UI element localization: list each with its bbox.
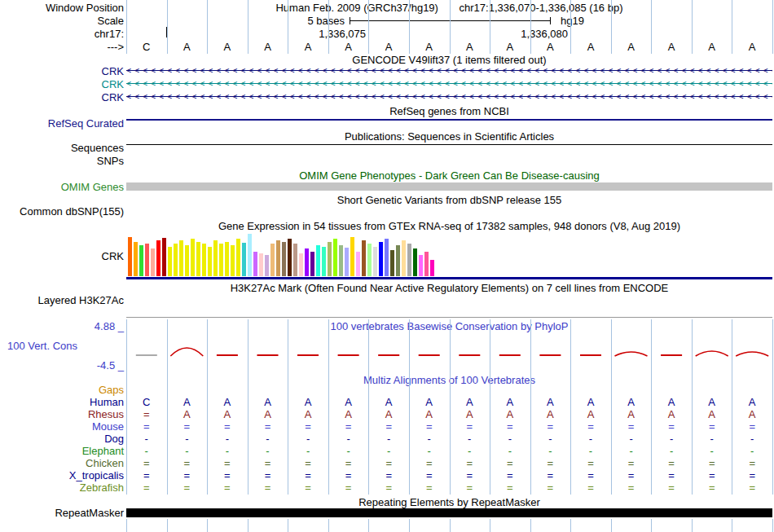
refseq-gene-line[interactable] bbox=[126, 119, 772, 121]
gtex-tissue-bar[interactable] bbox=[316, 245, 320, 276]
gtex-tissue-bar[interactable] bbox=[185, 245, 189, 276]
multiz-cell: = bbox=[288, 457, 328, 469]
gtex-tissue-bar[interactable] bbox=[219, 244, 223, 276]
gtex-tissue-bar[interactable] bbox=[396, 245, 400, 276]
gtex-tissue-bar[interactable] bbox=[156, 240, 161, 276]
repeatmasker-bar[interactable] bbox=[126, 508, 772, 517]
dbsnp-label[interactable]: Common dbSNP(155) bbox=[0, 205, 124, 218]
multiz-cell: - bbox=[328, 433, 369, 445]
gtex-bar-chart[interactable] bbox=[128, 234, 438, 276]
gtex-tissue-bar[interactable] bbox=[430, 260, 434, 276]
gtex-tissue-bar[interactable] bbox=[151, 248, 155, 276]
gtex-tissue-bar[interactable] bbox=[373, 247, 377, 276]
gtex-tissue-bar[interactable] bbox=[293, 244, 297, 276]
gtex-tissue-bar[interactable] bbox=[134, 242, 138, 276]
gtex-tissue-bar[interactable] bbox=[191, 239, 195, 276]
multiz-cell: - bbox=[248, 445, 288, 457]
gtex-tissue-bar[interactable] bbox=[276, 240, 280, 276]
phylop-wiggle[interactable] bbox=[126, 328, 772, 365]
gtex-tissue-bar[interactable] bbox=[242, 243, 246, 276]
gtex-tissue-bar[interactable] bbox=[350, 237, 354, 276]
multiz-cell: = bbox=[207, 420, 248, 433]
gtex-tissue-bar[interactable] bbox=[248, 234, 252, 276]
gene-label-crk[interactable]: CRK bbox=[0, 91, 124, 103]
multiz-species-elephant[interactable]: Elephant bbox=[0, 445, 124, 457]
gtex-tissue-bar[interactable] bbox=[419, 255, 423, 276]
gtex-tissue-bar[interactable] bbox=[407, 244, 411, 276]
gtex-tissue-bar[interactable] bbox=[225, 242, 229, 276]
multiz-species-x_tropicalis[interactable]: X_tropicalis bbox=[0, 469, 124, 481]
multiz-species-dog[interactable]: Dog bbox=[0, 433, 124, 445]
repeatmasker-label[interactable]: RepeatMasker bbox=[0, 507, 124, 519]
multiz-species-human[interactable]: Human bbox=[0, 396, 124, 408]
gtex-tissue-bar[interactable] bbox=[231, 245, 235, 276]
gtex-tissue-bar[interactable] bbox=[379, 242, 383, 276]
gene-strand-arrows[interactable]: <<<<<<<<<<<<<<<<<<<<<<<<<<<<<<<<<<<<<<<<… bbox=[126, 79, 772, 89]
multiz-cell: - bbox=[570, 433, 611, 445]
omim-gene-bar[interactable] bbox=[126, 182, 772, 191]
sequence-match-line[interactable] bbox=[126, 144, 772, 145]
gene-strand-arrows[interactable]: <<<<<<<<<<<<<<<<<<<<<<<<<<<<<<<<<<<<<<<<… bbox=[126, 66, 772, 76]
sequences-label[interactable]: Sequences bbox=[0, 142, 124, 154]
gtex-tissue-bar[interactable] bbox=[236, 239, 240, 276]
multiz-cell: - bbox=[570, 445, 611, 457]
gtex-tissue-bar[interactable] bbox=[345, 248, 349, 276]
multiz-species-rhesus[interactable]: Rhesus bbox=[0, 408, 124, 420]
gtex-tissue-bar[interactable] bbox=[310, 252, 314, 276]
gene-strand-arrows[interactable]: <<<<<<<<<<<<<<<<<<<<<<<<<<<<<<<<<<<<<<<<… bbox=[126, 92, 772, 102]
omim-genes-label[interactable]: OMIM Genes bbox=[0, 181, 124, 193]
gtex-tissue-bar[interactable] bbox=[253, 252, 257, 276]
gtex-tissue-bar[interactable] bbox=[356, 252, 360, 276]
gtex-tissue-bar[interactable] bbox=[328, 242, 332, 276]
gtex-tissue-bar[interactable] bbox=[288, 239, 292, 276]
gtex-tissue-bar[interactable] bbox=[367, 244, 372, 276]
gtex-tissue-bar[interactable] bbox=[179, 240, 183, 276]
refseq-curated-label[interactable]: RefSeq Curated bbox=[0, 117, 124, 130]
gtex-tissue-bar[interactable] bbox=[202, 244, 206, 276]
gtex-tissue-bar[interactable] bbox=[208, 247, 212, 276]
multiz-cell: A bbox=[732, 396, 772, 408]
gtex-tissue-bar[interactable] bbox=[213, 240, 218, 276]
gtex-tissue-bar[interactable] bbox=[299, 253, 303, 276]
multiz-species-gaps[interactable]: Gaps bbox=[0, 384, 124, 396]
multiz-species-chicken[interactable]: Chicken bbox=[0, 457, 124, 469]
phylop-track-label[interactable]: 100 Vert. Cons bbox=[0, 340, 77, 352]
sequence-base: A bbox=[611, 41, 652, 53]
gene-label-crk[interactable]: CRK bbox=[0, 65, 124, 77]
gtex-tissue-bar[interactable] bbox=[139, 245, 143, 276]
multiz-cell: = bbox=[368, 481, 409, 494]
assembly-title: Human Feb. 2009 (GRCh37/hg19) bbox=[275, 2, 438, 14]
gtex-tissue-bar[interactable] bbox=[174, 244, 178, 276]
multiz-cell: = bbox=[651, 481, 692, 494]
gtex-tissue-bar[interactable] bbox=[305, 248, 309, 276]
gtex-tissue-bar[interactable] bbox=[322, 247, 326, 276]
gtex-tissue-bar[interactable] bbox=[402, 240, 406, 276]
gtex-tissue-bar[interactable] bbox=[385, 239, 389, 276]
gtex-tissue-bar[interactable] bbox=[265, 255, 269, 276]
gtex-tissue-bar[interactable] bbox=[339, 245, 343, 276]
gene-label-crk[interactable]: CRK bbox=[0, 78, 124, 90]
gtex-tissue-bar[interactable] bbox=[196, 242, 200, 276]
base-guideline bbox=[126, 519, 127, 532]
gtex-tissue-bar[interactable] bbox=[333, 239, 337, 276]
gtex-tissue-bar[interactable] bbox=[390, 250, 394, 276]
multiz-species-zebrafish[interactable]: Zebrafish bbox=[0, 481, 124, 494]
gtex-tissue-bar[interactable] bbox=[413, 248, 417, 276]
gtex-tissue-bar[interactable] bbox=[270, 244, 275, 276]
sequence-base: A bbox=[167, 41, 208, 53]
multiz-cell: = bbox=[450, 469, 490, 481]
gtex-tissue-bar[interactable] bbox=[282, 242, 286, 276]
gtex-tissue-bar[interactable] bbox=[145, 244, 149, 276]
gtex-tissue-bar[interactable] bbox=[162, 238, 166, 276]
gtex-tissue-bar[interactable] bbox=[362, 240, 366, 276]
gtex-tissue-bar[interactable] bbox=[128, 237, 132, 276]
snps-label[interactable]: SNPs bbox=[0, 155, 124, 167]
gtex-gene-label[interactable]: CRK bbox=[0, 250, 124, 262]
gtex-tissue-bar[interactable] bbox=[259, 253, 263, 276]
multiz-cell: - bbox=[611, 433, 652, 445]
gtex-tissue-bar[interactable] bbox=[168, 247, 172, 276]
base-guideline bbox=[207, 519, 208, 532]
multiz-species-mouse[interactable]: Mouse bbox=[0, 420, 124, 433]
h3k27ac-label[interactable]: Layered H3K27Ac bbox=[0, 294, 124, 306]
gtex-tissue-bar[interactable] bbox=[424, 252, 429, 276]
